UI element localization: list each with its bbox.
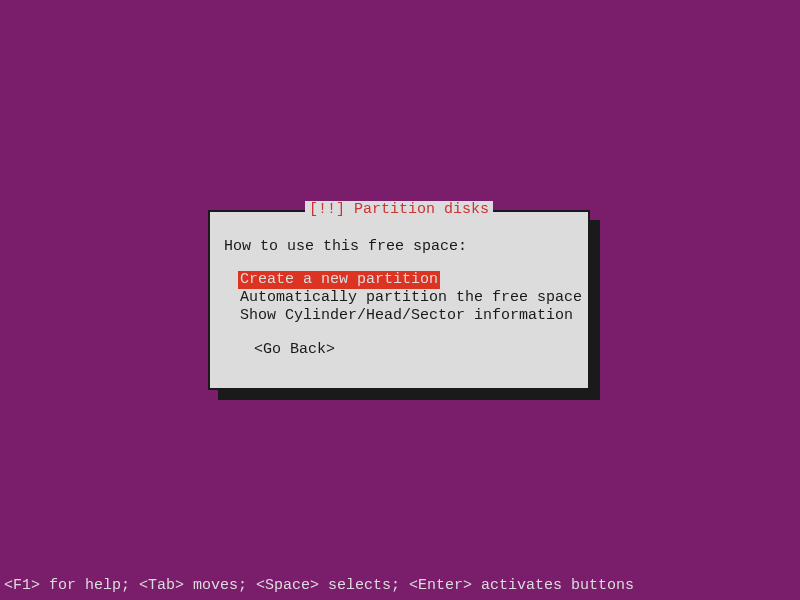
go-back-button[interactable]: <Go Back> bbox=[254, 341, 335, 358]
partition-dialog: [!!] Partition disks How to use this fre… bbox=[208, 210, 590, 390]
option-create-partition[interactable]: Create a new partition bbox=[238, 271, 440, 289]
dialog-prompt: How to use this free space: bbox=[224, 238, 574, 255]
option-auto-partition[interactable]: Automatically partition the free space bbox=[238, 289, 584, 307]
help-footer: <F1> for help; <Tab> moves; <Space> sele… bbox=[4, 577, 634, 594]
dialog-body: How to use this free space: Create a new… bbox=[210, 212, 588, 388]
option-chs-info[interactable]: Show Cylinder/Head/Sector information bbox=[238, 307, 575, 325]
